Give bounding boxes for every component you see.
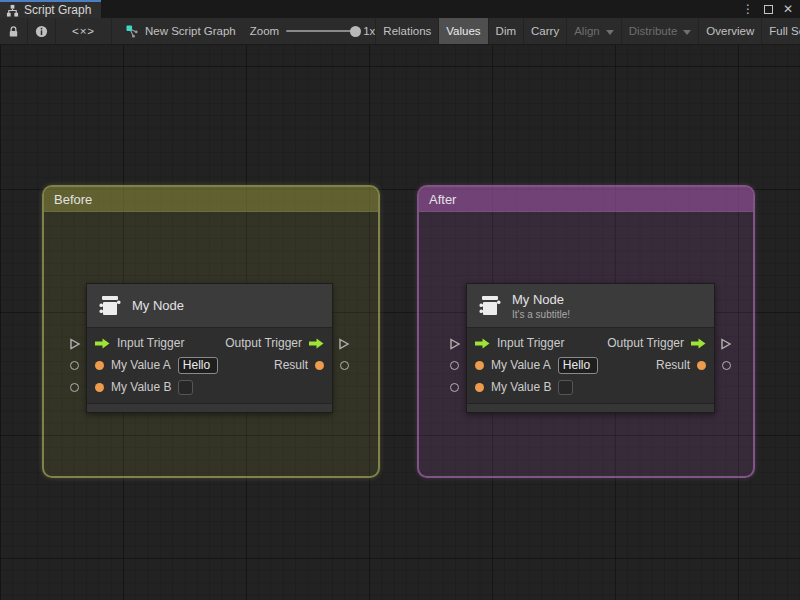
trigger-arrow-icon [309, 338, 324, 349]
external-value-b-port[interactable] [70, 383, 79, 392]
graph-title: New Script Graph [145, 25, 236, 37]
external-output-trigger-port[interactable] [720, 338, 732, 350]
window-controls: ⋮ ✕ [740, 0, 800, 18]
tab-script-graph[interactable]: Script Graph [0, 0, 101, 18]
value-port-icon [95, 361, 104, 370]
node-my-node-before[interactable]: My Node Input Trigger Output Trigger My … [86, 283, 333, 413]
align-dropdown[interactable]: Align [566, 18, 621, 44]
window-menu-icon[interactable]: ⋮ [740, 1, 756, 17]
distribute-dropdown[interactable]: Distribute [621, 18, 699, 44]
node-footer [87, 403, 332, 412]
dim-toggle[interactable]: Dim [488, 18, 523, 44]
my-value-a-input[interactable] [558, 357, 598, 374]
value-port-icon [697, 361, 706, 370]
inspect-button[interactable] [28, 18, 56, 44]
group-before-header[interactable]: Before [44, 187, 378, 212]
group-after-header[interactable]: After [419, 187, 753, 212]
port-my-value-b[interactable]: My Value B [475, 380, 573, 395]
external-output-trigger-port[interactable] [338, 338, 350, 350]
my-value-b-input[interactable] [558, 380, 573, 395]
node-my-node-after[interactable]: My Node It's a subtitle! Input Trigger O… [466, 283, 715, 413]
overview-button[interactable]: Overview [698, 18, 761, 44]
node-subtitle: It's a subtitle! [512, 309, 570, 320]
graph-breadcrumb[interactable]: New Script Graph [126, 18, 236, 44]
values-toggle[interactable]: Values [438, 18, 487, 44]
port-result[interactable]: Result [274, 358, 324, 372]
chevron-down-icon [606, 30, 614, 35]
maximize-icon[interactable] [760, 1, 776, 17]
zoom-slider[interactable] [286, 30, 356, 32]
group-after-label: After [429, 192, 456, 207]
value-port-icon [315, 361, 324, 370]
info-icon [35, 25, 48, 38]
port-result[interactable]: Result [656, 358, 706, 372]
node-header[interactable]: My Node It's a subtitle! [467, 284, 714, 328]
my-value-a-input[interactable] [178, 357, 218, 374]
port-output-trigger[interactable]: Output Trigger [607, 336, 706, 350]
port-input-trigger[interactable]: Input Trigger [475, 336, 564, 350]
external-value-a-port[interactable] [450, 361, 459, 370]
external-result-port[interactable] [722, 361, 731, 370]
external-input-trigger-port[interactable] [449, 338, 461, 350]
external-input-trigger-port[interactable] [69, 338, 81, 350]
value-port-icon [95, 383, 104, 392]
zoom-control: Zoom 1x [250, 18, 376, 44]
script-graph-icon [6, 4, 19, 17]
port-my-value-a[interactable]: My Value A [95, 357, 218, 374]
node-body: Input Trigger Output Trigger My Value A … [467, 328, 714, 403]
relations-toggle[interactable]: Relations [375, 18, 438, 44]
chevron-down-icon [683, 30, 691, 35]
node-header[interactable]: My Node [87, 284, 332, 328]
trigger-arrow-icon [95, 338, 110, 349]
fullscreen-button[interactable]: Full Screen [761, 18, 800, 44]
my-value-b-input[interactable] [178, 380, 193, 395]
close-icon[interactable]: ✕ [780, 1, 796, 17]
unit-icon [97, 293, 123, 319]
code-icon: <×> [72, 25, 95, 37]
external-value-a-port[interactable] [70, 361, 79, 370]
port-output-trigger[interactable]: Output Trigger [225, 336, 324, 350]
zoom-label: Zoom [250, 25, 279, 37]
graph-toolbar: <×> New Script Graph Zoom 1x Relations V… [0, 18, 800, 45]
zoom-slider-knob[interactable] [350, 26, 361, 37]
tab-strip: Script Graph ⋮ ✕ [0, 0, 800, 18]
port-my-value-b[interactable]: My Value B [95, 380, 193, 395]
trigger-arrow-icon [691, 338, 706, 349]
node-footer [467, 403, 714, 412]
toolbar-toggles: Relations Values Dim Carry Align Distrib… [375, 18, 800, 44]
lock-button[interactable] [0, 18, 28, 44]
zoom-value: 1x [363, 25, 375, 37]
value-port-icon [475, 361, 484, 370]
node-body: Input Trigger Output Trigger My Value A … [87, 328, 332, 403]
unit-icon [477, 293, 503, 319]
port-input-trigger[interactable]: Input Trigger [95, 336, 184, 350]
value-port-icon [475, 383, 484, 392]
node-title: My Node [132, 298, 184, 313]
carry-toggle[interactable]: Carry [523, 18, 566, 44]
graph-canvas[interactable]: Before After My Node [0, 45, 800, 600]
tab-title: Script Graph [24, 3, 91, 17]
group-before-label: Before [54, 192, 92, 207]
external-value-b-port[interactable] [450, 383, 459, 392]
graph-node-icon [126, 25, 139, 38]
trigger-arrow-icon [475, 338, 490, 349]
external-result-port[interactable] [340, 361, 349, 370]
node-title: My Node [512, 292, 570, 307]
lock-icon [7, 25, 20, 38]
api-code-button[interactable]: <×> [56, 18, 112, 44]
port-my-value-a[interactable]: My Value A [475, 357, 598, 374]
